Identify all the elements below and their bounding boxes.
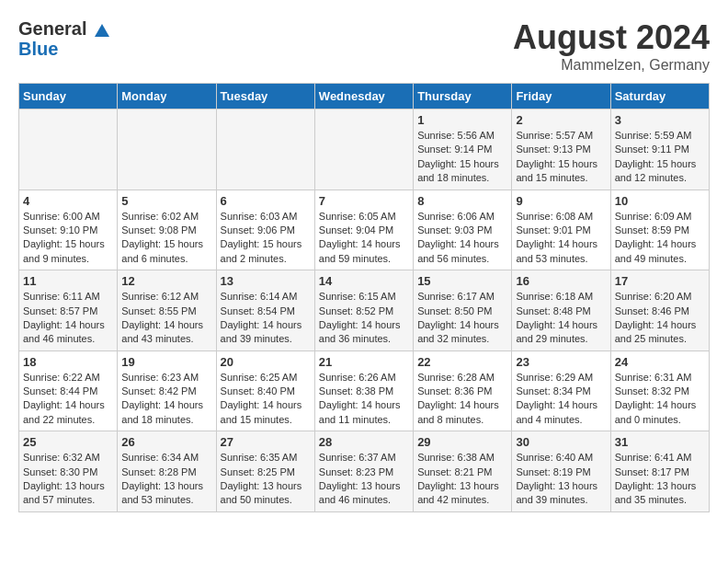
logo-line2: Blue [18,39,109,60]
day-number: 29 [417,435,507,449]
day-info: Sunrise: 6:05 AM Sunset: 9:04 PM Dayligh… [319,210,409,267]
day-info: Sunrise: 6:12 AM Sunset: 8:55 PM Dayligh… [121,290,211,347]
calendar-week-row: 11Sunrise: 6:11 AM Sunset: 8:57 PM Dayli… [19,270,710,351]
day-info: Sunrise: 6:37 AM Sunset: 8:23 PM Dayligh… [319,451,409,508]
day-number: 31 [615,435,705,449]
month-title: August 2024 [513,18,710,57]
calendar-week-row: 18Sunrise: 6:22 AM Sunset: 8:44 PM Dayli… [19,350,710,431]
day-number: 17 [615,274,705,288]
calendar-week-row: 4Sunrise: 6:00 AM Sunset: 9:10 PM Daylig… [19,190,710,270]
day-number: 24 [615,355,705,369]
day-number: 4 [23,194,113,208]
day-info: Sunrise: 6:22 AM Sunset: 8:44 PM Dayligh… [23,371,113,428]
calendar-cell: 15Sunrise: 6:17 AM Sunset: 8:50 PM Dayli… [414,270,512,351]
calendar-cell: 12Sunrise: 6:12 AM Sunset: 8:55 PM Dayli… [118,270,216,351]
day-of-week-header: Sunday [19,84,118,109]
calendar-cell [314,109,413,190]
day-info: Sunrise: 6:15 AM Sunset: 8:52 PM Dayligh… [319,290,409,347]
day-info: Sunrise: 5:59 AM Sunset: 9:11 PM Dayligh… [615,129,705,186]
calendar-week-row: 1Sunrise: 5:56 AM Sunset: 9:14 PM Daylig… [19,109,710,190]
calendar-cell: 24Sunrise: 6:31 AM Sunset: 8:32 PM Dayli… [610,350,709,431]
calendar-cell: 4Sunrise: 6:00 AM Sunset: 9:10 PM Daylig… [19,190,118,270]
calendar-cell: 11Sunrise: 6:11 AM Sunset: 8:57 PM Dayli… [19,270,118,351]
day-number: 2 [516,113,606,127]
day-of-week-header: Tuesday [216,84,314,109]
calendar-cell: 21Sunrise: 6:26 AM Sunset: 8:38 PM Dayli… [314,350,413,431]
day-info: Sunrise: 6:00 AM Sunset: 9:10 PM Dayligh… [23,210,113,267]
calendar-cell: 31Sunrise: 6:41 AM Sunset: 8:17 PM Dayli… [610,431,709,512]
calendar-cell: 1Sunrise: 5:56 AM Sunset: 9:14 PM Daylig… [414,109,512,190]
day-of-week-header: Saturday [610,84,709,109]
day-number: 22 [417,355,507,369]
day-of-week-header: Wednesday [314,84,413,109]
day-info: Sunrise: 6:17 AM Sunset: 8:50 PM Dayligh… [417,290,507,347]
logo-text: General Blue [18,18,109,60]
day-number: 6 [221,194,311,208]
day-info: Sunrise: 5:57 AM Sunset: 9:13 PM Dayligh… [516,129,606,186]
day-info: Sunrise: 6:02 AM Sunset: 9:08 PM Dayligh… [121,210,211,267]
day-number: 30 [516,435,606,449]
day-info: Sunrise: 6:26 AM Sunset: 8:38 PM Dayligh… [319,371,409,428]
calendar-cell: 6Sunrise: 6:03 AM Sunset: 9:06 PM Daylig… [216,190,314,270]
day-number: 14 [319,274,409,288]
calendar-cell: 30Sunrise: 6:40 AM Sunset: 8:19 PM Dayli… [512,431,610,512]
calendar-table: SundayMondayTuesdayWednesdayThursdayFrid… [18,83,710,512]
day-number: 9 [516,194,606,208]
day-number: 8 [417,194,507,208]
day-number: 18 [23,355,113,369]
day-number: 16 [516,274,606,288]
day-number: 7 [319,194,409,208]
day-info: Sunrise: 6:20 AM Sunset: 8:46 PM Dayligh… [615,290,705,347]
day-info: Sunrise: 6:08 AM Sunset: 9:01 PM Dayligh… [516,210,606,267]
page-header: General Blue August 2024 Mammelzen, Germ… [18,18,710,74]
day-info: Sunrise: 6:38 AM Sunset: 8:21 PM Dayligh… [417,451,507,508]
calendar-cell: 16Sunrise: 6:18 AM Sunset: 8:48 PM Dayli… [512,270,610,351]
calendar-cell: 23Sunrise: 6:29 AM Sunset: 8:34 PM Dayli… [512,350,610,431]
day-info: Sunrise: 6:29 AM Sunset: 8:34 PM Dayligh… [516,371,606,428]
logo: General Blue [18,18,109,60]
calendar-cell [216,109,314,190]
day-info: Sunrise: 6:34 AM Sunset: 8:28 PM Dayligh… [121,451,211,508]
day-number: 27 [221,435,311,449]
day-info: Sunrise: 6:40 AM Sunset: 8:19 PM Dayligh… [516,451,606,508]
calendar-cell: 9Sunrise: 6:08 AM Sunset: 9:01 PM Daylig… [512,190,610,270]
day-info: Sunrise: 6:09 AM Sunset: 8:59 PM Dayligh… [615,210,705,267]
day-number: 3 [615,113,705,127]
calendar-cell: 18Sunrise: 6:22 AM Sunset: 8:44 PM Dayli… [19,350,118,431]
day-number: 20 [221,355,311,369]
day-number: 11 [23,274,113,288]
day-number: 25 [23,435,113,449]
calendar-cell: 3Sunrise: 5:59 AM Sunset: 9:11 PM Daylig… [610,109,709,190]
calendar-cell: 28Sunrise: 6:37 AM Sunset: 8:23 PM Dayli… [314,431,413,512]
day-number: 19 [121,355,211,369]
day-number: 15 [417,274,507,288]
day-number: 12 [121,274,211,288]
location-title: Mammelzen, Germany [513,57,710,74]
calendar-week-row: 25Sunrise: 6:32 AM Sunset: 8:30 PM Dayli… [19,431,710,512]
day-number: 23 [516,355,606,369]
logo-triangle [95,24,109,37]
day-info: Sunrise: 6:03 AM Sunset: 9:06 PM Dayligh… [221,210,311,267]
day-of-week-header: Monday [118,84,216,109]
day-info: Sunrise: 6:18 AM Sunset: 8:48 PM Dayligh… [516,290,606,347]
day-info: Sunrise: 6:14 AM Sunset: 8:54 PM Dayligh… [221,290,311,347]
day-number: 26 [121,435,211,449]
day-number: 1 [417,113,507,127]
day-info: Sunrise: 6:23 AM Sunset: 8:42 PM Dayligh… [121,371,211,428]
calendar-cell: 17Sunrise: 6:20 AM Sunset: 8:46 PM Dayli… [610,270,709,351]
header-row: SundayMondayTuesdayWednesdayThursdayFrid… [19,84,710,109]
day-number: 28 [319,435,409,449]
day-info: Sunrise: 6:35 AM Sunset: 8:25 PM Dayligh… [221,451,311,508]
day-of-week-header: Thursday [414,84,512,109]
calendar-cell: 20Sunrise: 6:25 AM Sunset: 8:40 PM Dayli… [216,350,314,431]
day-number: 10 [615,194,705,208]
calendar-cell: 14Sunrise: 6:15 AM Sunset: 8:52 PM Dayli… [314,270,413,351]
day-number: 13 [221,274,311,288]
calendar-cell: 25Sunrise: 6:32 AM Sunset: 8:30 PM Dayli… [19,431,118,512]
calendar-cell: 5Sunrise: 6:02 AM Sunset: 9:08 PM Daylig… [118,190,216,270]
calendar-cell: 13Sunrise: 6:14 AM Sunset: 8:54 PM Dayli… [216,270,314,351]
day-info: Sunrise: 5:56 AM Sunset: 9:14 PM Dayligh… [417,129,507,186]
day-info: Sunrise: 6:31 AM Sunset: 8:32 PM Dayligh… [615,371,705,428]
day-info: Sunrise: 6:28 AM Sunset: 8:36 PM Dayligh… [417,371,507,428]
calendar-cell: 2Sunrise: 5:57 AM Sunset: 9:13 PM Daylig… [512,109,610,190]
